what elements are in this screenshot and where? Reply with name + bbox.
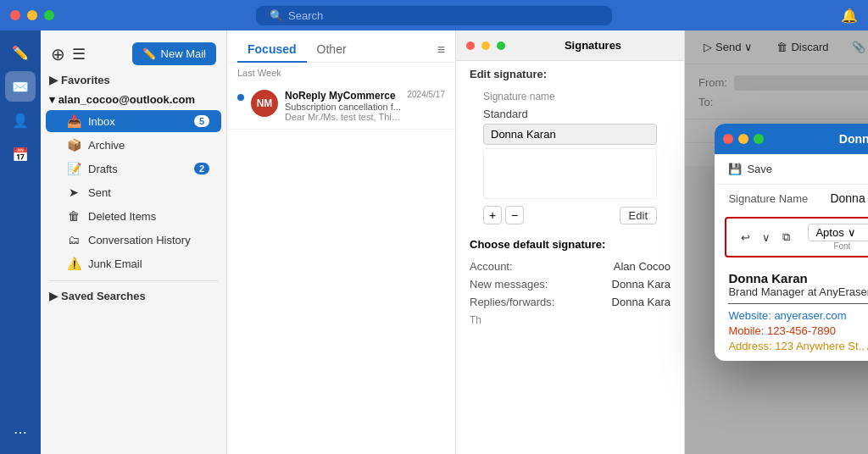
copy-button[interactable]: ⧉ [778,229,794,246]
new-mail-button[interactable]: ✏️ New Mail [132,42,216,65]
tab-other[interactable]: Other [307,37,357,63]
modal-close-dot [466,42,475,50]
signature-content: Donna Karan Brand Manager at AnyEraser W… [715,263,868,361]
sig-list-entry[interactable]: Donna Karan [483,124,657,145]
notification-icon[interactable]: 🔔 [841,8,858,24]
sig-full-name: Donna Karan [728,271,868,285]
hamburger-icon[interactable]: ☰ [72,45,86,64]
email-list-item[interactable]: NM NoReply MyCommerce Subscription cance… [227,83,455,130]
remove-sig-button[interactable]: − [505,206,524,224]
signature-panel: Signatures Edit signature: Signature nam… [456,30,685,454]
nav-item-conversation-history[interactable]: 🗂 Conversation History [46,229,221,251]
nav-sidebar: ⊕ ☰ ✏️ New Mail ▶ Favorites ▾ alan_cocoo… [41,30,227,454]
account-row: Account: Alan Cocoo [456,257,684,275]
nav-item-archive[interactable]: 📦 Archive [46,134,221,156]
more-icon-btn[interactable]: ⋯ [5,417,36,447]
nav-divider [49,280,218,281]
nav-top: ⊕ ☰ ✏️ New Mail [41,37,226,70]
filter-icon[interactable]: ≡ [437,42,445,58]
chevron-icon: ▶ [49,74,58,86]
sig-standard-label: Standard [470,106,670,122]
sig-website-row: Website: anyeraser.com [728,309,868,322]
edit-sig-button[interactable]: Edit [620,207,657,224]
detail-area: ▷ Send ∨ 🗑 Discard 📎 Attach ✒️ Signature… [685,30,868,454]
search-label: Search [288,9,323,22]
modal-titlebar: Donna Karan [715,124,868,154]
icon-sidebar: ✏️ ✉️ 👤 📅 ⋯ [0,30,41,454]
history-icon: 🗂 [66,233,81,246]
modal-maximize-button[interactable] [754,134,764,144]
font-selector[interactable]: Aptos ∨ [808,224,868,241]
formatting-toolbar: ↩ ∨ ⧉ Aptos ∨ Font 11 A ▼ ⬛ [725,217,868,257]
signature-name-row: Signature Name Donna Karan [715,185,868,212]
compose-icon: ✏️ [142,47,156,60]
nav-item-drafts[interactable]: 📝 Drafts 2 [46,158,221,180]
sig-divider [728,303,868,304]
saved-searches-header[interactable]: ▶ Saved Searches [41,286,226,306]
minimize-button[interactable] [27,10,37,20]
undo-chevron[interactable]: ∨ [758,230,775,246]
sig-actions: + − Edit [470,202,670,228]
account-header[interactable]: ▾ alan_cocoo@outlook.com [41,90,226,109]
title-bar: 🔍 Search 🔔 [0,0,868,30]
compose-icon-btn[interactable]: ✏️ [5,37,36,68]
favorites-header[interactable]: ▶ Favorites [41,70,226,90]
calendar-icon-btn[interactable]: 📅 [5,139,36,169]
nav-item-junk[interactable]: ⚠️ Junk Email [46,252,221,274]
donna-karan-modal: Donna Karan 💾 Save Signature Name Donna … [715,124,868,361]
chevron-down-icon: ▾ [49,93,55,106]
tab-focused[interactable]: Focused [237,37,307,63]
avatar: NM [251,90,278,117]
font-dropdown-icon: ∨ [848,226,856,239]
nav-item-sent[interactable]: ➤ Sent [46,181,221,203]
chevron-icon: ▶ [49,290,58,302]
window-controls [10,10,54,20]
email-date: 2024/5/17 [408,90,446,99]
modal-min-dot [481,42,490,50]
sig-mobile-number: 123-456-7890 [767,324,836,337]
modal-close-button[interactable] [723,134,733,144]
modal-minimize-button[interactable] [738,134,748,144]
drafts-icon: 📝 [66,162,81,175]
trash-icon: 🗑 [66,209,81,223]
add-sig-button[interactable]: + [483,206,502,224]
search-icon: 🔍 [270,9,283,22]
unread-dot [237,94,244,101]
undo-button[interactable]: ↩ [737,230,754,246]
nav-item-inbox[interactable]: 📥 Inbox 5 [46,110,221,132]
last-week-label: Last Week [227,63,455,83]
choose-default-label: Choose default signature: [456,231,684,257]
email-subject: Subscription cancellation f... [285,102,404,112]
sig-text-area[interactable] [483,148,657,199]
sent-icon: ➤ [66,185,81,199]
save-button[interactable]: 💾 Save [715,154,868,185]
tab-bar: Focused Other ≡ [227,30,455,63]
add-icon[interactable]: ⊕ [51,44,65,64]
font-label: Font [833,241,850,251]
content-area: Focused Other ≡ Last Week NM NoReply MyC… [227,30,456,454]
sig-job-title: Brand Manager at AnyEraser [728,285,868,298]
archive-icon: 📦 [66,138,81,152]
maximize-button[interactable] [44,10,54,20]
modal-window-controls [723,134,764,144]
new-messages-row: New messages: Donna Kara [456,275,684,293]
nav-item-deleted[interactable]: 🗑 Deleted Items [46,205,221,227]
sig-panel-title: Signatures [512,39,674,52]
search-bar[interactable]: 🔍 Search [256,6,612,25]
junk-icon: ⚠️ [66,257,81,270]
inbox-icon: 📥 [66,114,81,128]
sig-website-link[interactable]: anyeraser.com [774,309,846,322]
modal-overlay: Donna Karan 💾 Save Signature Name Donna … [685,30,868,454]
mail-icon-btn[interactable]: ✉️ [5,71,36,102]
close-button[interactable] [10,10,20,20]
sig-name-header: Signature name [470,87,670,106]
sig-address-value: 123 Anywhere St., Any City [775,340,868,352]
edit-signature-label: Edit signature: [456,61,684,84]
people-icon-btn[interactable]: 👤 [5,105,36,136]
save-icon: 💾 [728,163,742,175]
sig-panel-footer: Th [456,311,684,329]
sig-address-row: Address: 123 Anywhere St., Any City [728,340,868,352]
sender-name: NoReply MyCommerce [285,90,404,102]
sig-mobile-row: Mobile: 123-456-7890 [728,324,868,337]
email-preview: Dear Mr./Ms. test test, This is to notif… [285,112,404,122]
